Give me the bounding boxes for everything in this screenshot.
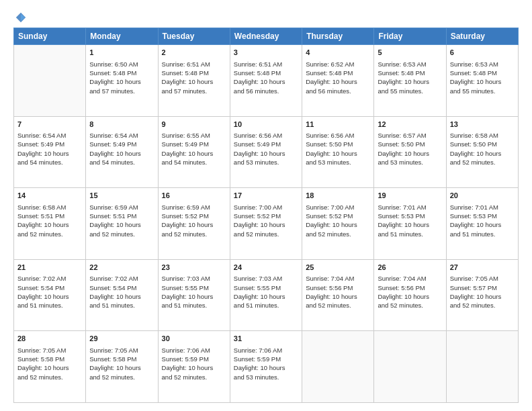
weekday-header-thursday: Thursday: [302, 28, 374, 45]
day-number: 19: [378, 191, 442, 201]
day-info-line: Sunset: 5:59 PM: [162, 355, 226, 363]
day-info-line: and 52 minutes.: [306, 301, 370, 310]
day-info-line: Daylight: 10 hours: [450, 77, 515, 86]
day-number: 7: [17, 120, 82, 130]
day-info-line: Sunrise: 6:53 AM: [378, 60, 442, 68]
calendar-cell: 29Sunrise: 7:05 AMSunset: 5:58 PMDayligh…: [86, 331, 158, 403]
day-info-line: Daylight: 10 hours: [234, 77, 298, 86]
day-info-line: and 54 minutes.: [17, 158, 82, 167]
calendar-cell: 14Sunrise: 6:58 AMSunset: 5:51 PMDayligh…: [14, 188, 86, 260]
day-info-line: Sunset: 5:49 PM: [162, 140, 226, 148]
calendar-cell: 24Sunrise: 7:03 AMSunset: 5:55 PMDayligh…: [230, 259, 302, 331]
day-number: 3: [234, 48, 298, 58]
day-info-line: Daylight: 10 hours: [17, 149, 82, 158]
day-info-line: and 51 minutes.: [450, 230, 515, 238]
weekday-header-saturday: Saturday: [446, 28, 518, 45]
day-info-line: Sunset: 5:50 PM: [450, 140, 515, 148]
day-info-line: and 57 minutes.: [89, 87, 154, 95]
day-info-line: Daylight: 10 hours: [306, 220, 370, 229]
day-info-line: Sunset: 5:55 PM: [234, 283, 298, 292]
day-info-line: Sunset: 5:50 PM: [378, 140, 442, 148]
day-info-line: Sunrise: 7:04 AM: [306, 274, 370, 283]
day-number: 2: [162, 48, 226, 58]
day-info-line: Daylight: 10 hours: [162, 149, 226, 158]
week-row-5: 28Sunrise: 7:05 AMSunset: 5:58 PMDayligh…: [14, 331, 519, 403]
calendar-cell: 23Sunrise: 7:03 AMSunset: 5:55 PMDayligh…: [158, 259, 230, 331]
day-info-line: Sunset: 5:56 PM: [306, 283, 370, 292]
day-info-line: Daylight: 10 hours: [234, 149, 298, 158]
day-info-line: Daylight: 10 hours: [450, 292, 515, 301]
day-info-line: and 54 minutes.: [89, 158, 154, 167]
day-number: 29: [89, 334, 154, 344]
day-info-line: Sunset: 5:55 PM: [162, 283, 226, 292]
day-info-line: and 53 minutes.: [234, 373, 298, 381]
calendar-cell: 15Sunrise: 6:59 AMSunset: 5:51 PMDayligh…: [86, 188, 158, 260]
day-info-line: Daylight: 10 hours: [378, 292, 442, 301]
day-info-line: Sunset: 5:53 PM: [450, 212, 515, 220]
calendar-cell: 6Sunrise: 6:53 AMSunset: 5:48 PMDaylight…: [446, 45, 518, 117]
day-number: 10: [234, 120, 298, 130]
day-info-line: and 56 minutes.: [306, 87, 370, 95]
day-info-line: Sunset: 5:49 PM: [89, 140, 154, 148]
day-info-line: and 53 minutes.: [234, 158, 298, 167]
calendar-cell: [14, 45, 86, 117]
day-info-line: Daylight: 10 hours: [234, 292, 298, 301]
day-info-line: and 52 minutes.: [378, 301, 442, 310]
day-info-line: Sunrise: 6:59 AM: [89, 203, 154, 212]
day-info-line: Daylight: 10 hours: [162, 220, 226, 229]
day-info-line: and 55 minutes.: [450, 87, 515, 95]
day-number: 27: [450, 263, 515, 273]
day-info-line: Sunset: 5:50 PM: [306, 140, 370, 148]
day-number: 24: [234, 263, 298, 273]
day-info-line: Sunrise: 7:04 AM: [378, 274, 442, 283]
day-info-line: Daylight: 10 hours: [450, 149, 515, 158]
day-info-line: and 52 minutes.: [17, 230, 82, 238]
day-info-line: Sunrise: 6:59 AM: [162, 203, 226, 212]
day-info-line: Sunset: 5:49 PM: [234, 140, 298, 148]
calendar-cell: 1Sunrise: 6:50 AMSunset: 5:48 PMDaylight…: [86, 45, 158, 117]
calendar-cell: [446, 331, 518, 403]
calendar-cell: 20Sunrise: 7:01 AMSunset: 5:53 PMDayligh…: [446, 188, 518, 260]
calendar-cell: [302, 331, 374, 403]
logo-icon: [15, 11, 27, 24]
day-info-line: Sunset: 5:58 PM: [89, 355, 154, 363]
day-info-line: Sunrise: 7:01 AM: [378, 203, 442, 212]
day-info-line: and 57 minutes.: [162, 87, 226, 95]
day-number: 15: [89, 191, 154, 201]
weekday-header-friday: Friday: [374, 28, 446, 45]
day-info-line: Sunrise: 6:52 AM: [306, 60, 370, 68]
weekday-header-tuesday: Tuesday: [158, 28, 230, 45]
day-info-line: Sunset: 5:54 PM: [89, 283, 154, 292]
day-number: 18: [306, 191, 370, 201]
day-number: 13: [450, 120, 515, 130]
day-info-line: Sunrise: 6:50 AM: [89, 60, 154, 68]
day-info-line: Daylight: 10 hours: [306, 77, 370, 86]
calendar-cell: 12Sunrise: 6:57 AMSunset: 5:50 PMDayligh…: [374, 116, 446, 188]
day-info-line: Sunset: 5:59 PM: [234, 355, 298, 363]
day-number: 9: [162, 120, 226, 130]
day-info-line: Sunset: 5:48 PM: [378, 68, 442, 77]
day-info-line: Daylight: 10 hours: [89, 77, 154, 86]
day-info-line: Daylight: 10 hours: [89, 220, 154, 229]
day-info-line: Sunrise: 7:02 AM: [89, 274, 154, 283]
day-info-line: and 52 minutes.: [89, 230, 154, 238]
day-info-line: and 51 minutes.: [378, 230, 442, 238]
day-number: 8: [89, 120, 154, 130]
day-number: 28: [17, 334, 82, 344]
day-number: 17: [234, 191, 298, 201]
day-info-line: Daylight: 10 hours: [89, 149, 154, 158]
day-info-line: and 51 minutes.: [89, 301, 154, 310]
day-info-line: and 53 minutes.: [378, 158, 442, 167]
day-number: 26: [378, 263, 442, 273]
day-info-line: and 51 minutes.: [17, 301, 82, 310]
calendar-cell: 9Sunrise: 6:55 AMSunset: 5:49 PMDaylight…: [158, 116, 230, 188]
day-info-line: Sunrise: 6:56 AM: [234, 131, 298, 140]
day-info-line: Daylight: 10 hours: [17, 220, 82, 229]
day-number: 16: [162, 191, 226, 201]
day-info-line: Daylight: 10 hours: [162, 363, 226, 372]
day-info-line: Sunrise: 7:03 AM: [162, 274, 226, 283]
day-info-line: Sunrise: 7:02 AM: [17, 274, 82, 283]
day-info-line: Sunset: 5:51 PM: [17, 212, 82, 220]
day-info-line: and 52 minutes.: [234, 230, 298, 238]
day-info-line: Sunrise: 6:58 AM: [17, 203, 82, 212]
